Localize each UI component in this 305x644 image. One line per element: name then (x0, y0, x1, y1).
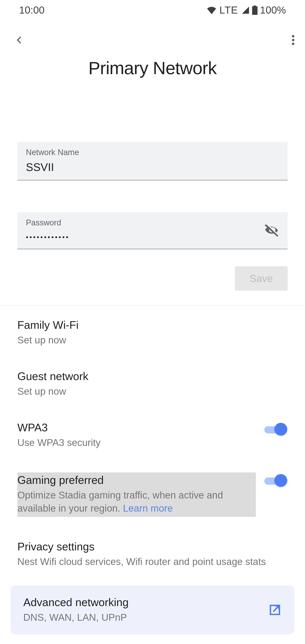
privacy-sub: Nest Wifi cloud services, Wifi router an… (17, 555, 288, 568)
password-label: Password (26, 218, 279, 227)
more-button[interactable] (292, 35, 294, 45)
gaming-preferred-item: Gaming preferred Optimize Stadia gaming … (17, 460, 288, 528)
back-button[interactable] (15, 36, 24, 45)
family-wifi-item[interactable]: Family Wi-Fi Set up now (17, 306, 288, 357)
advanced-title: Advanced networking (23, 596, 128, 608)
status-bar: 10:00 LTE 100% (0, 0, 305, 16)
wifi-icon (207, 6, 216, 14)
wpa3-item: WPA3 Use WPA3 security (17, 408, 288, 460)
password-value: •••••••••••• (26, 231, 279, 242)
gaming-toggle[interactable] (264, 474, 288, 487)
svg-point-2 (292, 42, 294, 45)
visibility-off-icon[interactable] (264, 223, 279, 238)
learn-more-link[interactable]: Learn more (123, 503, 173, 514)
page-title: Primary Network (0, 58, 305, 78)
network-name-field[interactable]: Network Name SSVII (17, 142, 288, 180)
privacy-title: Privacy settings (17, 540, 288, 553)
family-wifi-title: Family Wi-Fi (17, 318, 288, 331)
wpa3-title: WPA3 (17, 421, 256, 434)
guest-network-item[interactable]: Guest network Set up now (17, 357, 288, 408)
signal-icon (241, 6, 250, 14)
gaming-sub: Optimize Stadia gaming traffic, when act… (17, 488, 254, 515)
privacy-settings-item[interactable]: Privacy settings Nest Wifi cloud service… (17, 528, 288, 579)
guest-network-sub: Set up now (17, 385, 288, 398)
wpa3-sub: Use WPA3 security (17, 436, 256, 449)
network-name-label: Network Name (26, 148, 279, 157)
status-time: 10:00 (19, 4, 44, 16)
save-button[interactable]: Save (235, 266, 288, 291)
top-bar (0, 16, 305, 54)
advanced-networking-card[interactable]: Advanced networking DNS, WAN, LAN, UPnP (10, 585, 294, 634)
svg-point-1 (292, 39, 294, 41)
wpa3-toggle[interactable] (264, 422, 288, 436)
network-name-value: SSVII (26, 161, 279, 174)
family-wifi-sub: Set up now (17, 334, 288, 346)
battery-icon (252, 6, 258, 15)
status-indicators: LTE 100% (207, 4, 286, 16)
battery-percent: 100% (260, 4, 286, 16)
password-field[interactable]: Password •••••••••••• (17, 212, 288, 249)
advanced-sub: DNS, WAN, LAN, UPnP (23, 611, 128, 624)
guest-network-title: Guest network (17, 370, 288, 382)
svg-point-0 (292, 35, 294, 38)
open-external-icon (268, 603, 282, 617)
gaming-title: Gaming preferred (17, 474, 254, 486)
network-label: LTE (220, 4, 238, 16)
